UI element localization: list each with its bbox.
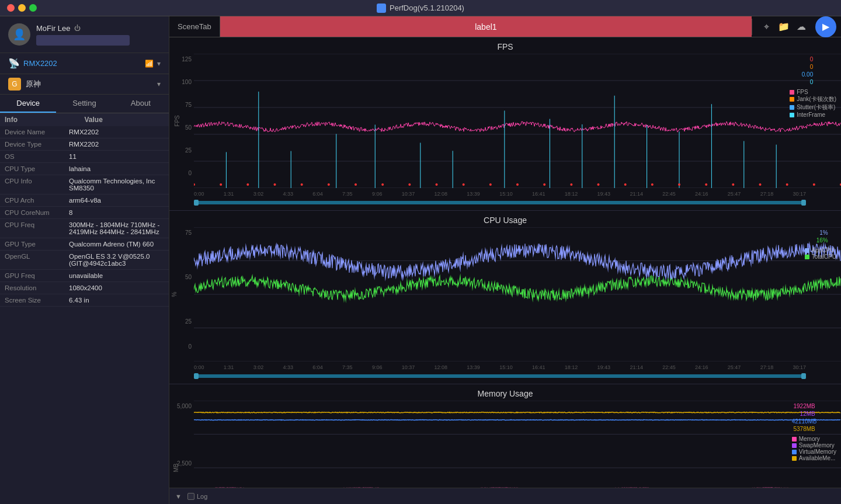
right-panel: SceneTab label1 ⌖ 📁 ☁ ▶ FPS 125100755025… [169,16,841,504]
fps-x-axis: 0:001:313:024:336:047:359:0610:3712:0813… [169,188,841,200]
tab-setting[interactable]: Setting [56,95,112,113]
x-label: 16:41 [532,364,545,370]
x-label: 18:12 [565,364,578,370]
maximize-button[interactable] [29,4,37,12]
log-label: Log [197,493,207,500]
info-key: OpenGL [5,253,69,267]
x-label: 19:43 [597,191,611,197]
fps-legend-label-fps: FPS [790,89,836,95]
swap-value: 12MB [792,411,815,417]
device-selector[interactable]: 📡 RMX2202 📶 ▾ [0,53,169,74]
app-dropdown-icon[interactable]: ▾ [157,80,161,88]
info-row: OpenGLOpenGL ES 3.2 V@0525.0 (GIT@4942c1… [0,251,169,270]
fps-y-axis: 1251007550250 [169,54,194,188]
x-label: 6:04 [312,191,323,197]
app-icon [377,4,386,13]
memory-y-label: MB [173,464,179,472]
info-val: 6.43 in [69,297,164,304]
scene-tab[interactable]: SceneTab [169,16,220,37]
info-key: Resolution [5,284,69,291]
log-toggle[interactable]: Log [187,493,207,500]
info-key: CPU Arch [5,197,69,204]
app-title-text: PerfDog(v5.1.210204) [390,4,464,12]
fps-scrollbar-thumb-right[interactable] [801,200,806,206]
info-val: unavailable [69,272,164,279]
log-checkbox[interactable] [187,493,194,500]
tab-about[interactable]: About [113,95,169,113]
memory-dot [792,437,797,442]
device-dropdown-icon[interactable]: ▾ [157,60,161,68]
cloud-icon-btn[interactable]: ☁ [793,19,809,35]
fps-legend: 0 0 0.00 0 [790,56,836,118]
info-rows-container: Device NameRMX2202Device TypeRMX2202OS11… [0,126,169,307]
avatar: 👤 [8,23,30,46]
x-label: 21:14 [630,191,643,197]
folder-icon-btn[interactable]: 📁 [776,19,792,35]
tab-device[interactable]: Device [0,95,56,113]
virtual-dot [792,450,797,454]
info-val: RMX2202 [69,128,164,135]
fps-scrollbar[interactable] [194,201,806,204]
location-icon-btn[interactable]: ⌖ [758,19,774,35]
avail-label: AvailableMe... [799,455,836,461]
memory-y-axis: 5,0002,5000 [169,401,194,488]
info-row: GPU TypeQualcomm Adreno (TM) 660 [0,238,169,251]
cpu-scrollbar-thumb-right[interactable] [801,373,806,379]
x-label: 1:31 [224,191,234,197]
main-layout: 👤 MoFir Lee ⏻ 📡 RMX2202 📶 ▾ G 原神 ▾ Devic [0,16,841,504]
info-key: Screen Size [5,297,69,304]
top-nav: SceneTab label1 ⌖ 📁 ☁ ▶ [169,16,841,37]
play-button[interactable]: ▶ [815,16,836,37]
x-label: 13:39 [467,364,480,370]
info-val: 1080x2400 [69,284,164,291]
info-val: arm64-v8a [69,197,164,204]
memory-chart-inner: 1922MB 12MB 42110MB 5378MB [194,401,841,488]
x-label: 3:02 [253,191,264,197]
app-cpu-label: AppCPU [812,247,835,253]
x-label: 3:02 [253,364,264,370]
close-button[interactable] [7,4,15,12]
memory-legend: 1922MB 12MB 42110MB 5378MB [792,403,836,461]
fps-legend-item-interframe: 0 [790,79,836,85]
cpu-canvas [194,227,841,362]
total-cpu-label: TotalCPU [812,253,836,260]
jank-label: Jank(卡顿次数) [797,95,836,103]
cpu-scrollbar[interactable] [194,374,806,378]
app-selector[interactable]: G 原神 ▾ [0,74,169,95]
x-label: 0:00 [194,191,204,197]
cpu-x-labels: 0:001:313:024:336:047:359:0610:3712:0813… [194,364,806,370]
info-row: CPU Freq300MHz - 1804MHz 710MHz - 2419MH… [0,219,169,238]
collapse-button[interactable]: ▼ [175,493,182,500]
fps-dot [790,90,794,95]
wifi-icon: 📶 [145,60,154,68]
label-tab[interactable]: label1 [220,16,752,37]
x-label: 6:04 [312,364,323,370]
jank-value: 0 [790,64,813,70]
cpu-scrollbar-thumb-left[interactable] [194,373,199,379]
fps-y-label: FPS [174,115,180,126]
stutter-value: 0.00 [790,71,813,78]
fps-chart-title: FPS [169,42,841,51]
cpu-chart-container: CPU Usage 7550250 % 1% 16% [169,211,841,384]
x-label: 16:41 [532,191,545,197]
info-row: GPU Frequnavailable [0,270,169,282]
fps-scrollbar-thumb-left[interactable] [194,200,199,206]
info-key: CPU Freq [5,221,69,235]
memory-chart-title: Memory Usage [169,389,841,398]
interframe-label: InterFrame [797,112,825,118]
stutter-label: Stutter(卡顿率) [797,103,835,112]
jank-dot [790,97,794,102]
info-header-row: Info Value [0,113,169,126]
x-label: 10:37 [402,191,415,197]
info-val: 8 [69,209,164,216]
sidebar: 👤 MoFir Lee ⏻ 📡 RMX2202 📶 ▾ G 原神 ▾ Devic [0,16,169,504]
memory-legend-item-swap: 12MB [792,411,836,417]
virtual-label: VirtualMemory [799,449,836,455]
cpu-legend: 1% 16% AppCPU [805,230,836,260]
x-label: 7:35 [342,191,353,197]
charts-area: FPS 1251007550250 FPS 0 [169,37,841,488]
info-row: CPU InfoQualcomm Technologies, Inc SM835… [0,175,169,194]
minimize-button[interactable] [18,4,26,12]
memory-legend-item-avail: 5378MB [792,426,836,432]
x-label: 9:06 [372,191,383,197]
